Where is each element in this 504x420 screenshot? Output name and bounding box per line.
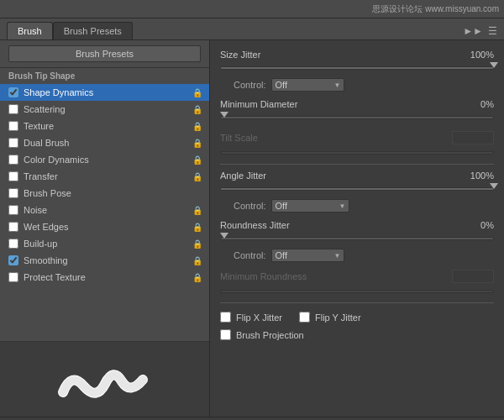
brush-projection-label: Brush Projection xyxy=(236,330,304,340)
roundness-jitter-value: 0% xyxy=(465,220,494,230)
roundness-jitter-control-label: Control: xyxy=(234,250,266,260)
size-jitter-control-select[interactable]: Off Fade Pen Pressure Pen Tilt Stylus Wh… xyxy=(271,78,344,92)
divider-1 xyxy=(220,164,494,165)
item-label-build-up: Build-up xyxy=(24,239,192,249)
tab-brush[interactable]: Brush xyxy=(7,22,53,39)
item-label-dual-brush: Dual Brush xyxy=(24,138,192,148)
brush-item-transfer[interactable]: Transfer 🔒 xyxy=(0,168,209,185)
lock-color-dynamics: 🔒 xyxy=(192,155,202,165)
lock-scattering: 🔒 xyxy=(192,105,202,114)
angle-jitter-value: 100% xyxy=(465,171,494,181)
tilt-scale-row: Tilt Scale xyxy=(220,129,494,147)
brush-item-wet-edges[interactable]: Wet Edges 🔒 xyxy=(0,218,209,235)
size-jitter-label: Size Jitter xyxy=(220,50,260,60)
brush-item-shape-dynamics[interactable]: Shape Dynamics 🔒 xyxy=(0,84,209,101)
brush-item-color-dynamics[interactable]: Color Dynamics 🔒 xyxy=(0,151,209,168)
brush-item-texture[interactable]: Texture 🔒 xyxy=(0,118,209,134)
tab-brush-presets[interactable]: Brush Presets xyxy=(53,22,133,39)
checkbox-dual-brush[interactable] xyxy=(8,138,18,148)
angle-jitter-slider[interactable] xyxy=(220,185,494,193)
angle-jitter-label: Angle Jitter xyxy=(220,171,266,181)
divider-2 xyxy=(220,302,494,303)
item-label-noise: Noise xyxy=(24,205,192,215)
checkbox-shape-dynamics[interactable] xyxy=(8,87,18,97)
flip-x-jitter-checkbox[interactable] xyxy=(220,312,231,323)
brush-item-build-up[interactable]: Build-up 🔒 xyxy=(0,235,209,252)
checkbox-brush-pose[interactable] xyxy=(8,188,18,198)
lock-transfer: 🔒 xyxy=(192,172,202,181)
brush-item-noise[interactable]: Noise 🔒 xyxy=(0,202,209,218)
item-label-brush-pose: Brush Pose xyxy=(24,188,192,198)
checkbox-build-up[interactable] xyxy=(8,239,18,249)
brand-text: 思源设计论坛 www.missyuan.com xyxy=(372,3,499,15)
size-jitter-slider[interactable] xyxy=(220,64,494,72)
checkbox-texture[interactable] xyxy=(8,121,18,131)
lock-texture: 🔒 xyxy=(192,122,202,131)
checkbox-transfer[interactable] xyxy=(8,171,18,181)
lock-build-up: 🔒 xyxy=(192,239,202,249)
lock-wet-edges: 🔒 xyxy=(192,223,202,232)
minimum-roundness-slider xyxy=(220,287,494,296)
brush-item-protect-texture[interactable]: Protect Texture 🔒 xyxy=(0,269,209,286)
tilt-scale-input[interactable] xyxy=(452,131,494,144)
minimum-roundness-input[interactable] xyxy=(452,270,494,283)
brush-presets-button[interactable]: Brush Presets xyxy=(8,45,201,62)
item-label-shape-dynamics: Shape Dynamics xyxy=(24,87,192,97)
brush-tip-shape-label: Brush Tip Shape xyxy=(0,68,209,82)
right-bottom-section: Flip X Jitter Flip Y Jitter Brush Projec… xyxy=(220,310,494,342)
flip-row: Flip X Jitter Flip Y Jitter xyxy=(220,310,494,324)
item-label-color-dynamics: Color Dynamics xyxy=(24,155,192,165)
item-label-wet-edges: Wet Edges xyxy=(24,222,192,232)
brush-item-smoothing[interactable]: Smoothing 🔒 xyxy=(0,252,209,269)
brush-projection-row: Brush Projection xyxy=(220,328,494,342)
brush-preview xyxy=(0,341,209,417)
angle-jitter-control-row: Control: Off Fade Pen Pressure Pen Tilt … xyxy=(220,197,494,218)
bottom-bar: ✎ ☷ 🗑 xyxy=(0,417,504,420)
checkbox-color-dynamics[interactable] xyxy=(8,155,18,165)
flip-y-jitter-checkbox[interactable] xyxy=(299,312,310,323)
size-jitter-control-select-wrapper: Off Fade Pen Pressure Pen Tilt Stylus Wh… xyxy=(271,78,344,92)
lock-brush-pose: 🔒 xyxy=(192,189,202,198)
size-jitter-row: Size Jitter 100% xyxy=(220,47,494,62)
roundness-jitter-control-select[interactable]: Off Fade Pen Pressure Pen Tilt Stylus Wh… xyxy=(271,249,344,262)
menu-lines-icon[interactable]: ☰ xyxy=(488,25,497,37)
flip-x-jitter-row: Flip X Jitter xyxy=(220,310,282,324)
tabs-row: Brush Brush Presets ►► ☰ xyxy=(0,18,504,40)
brush-projection-checkbox[interactable] xyxy=(220,329,231,340)
angle-jitter-control-label: Control: xyxy=(234,201,266,211)
item-label-scattering: Scattering xyxy=(24,104,192,114)
tilt-scale-slider xyxy=(220,149,494,157)
right-panel: Size Jitter 100% Control: Off Fade Pen P… xyxy=(210,40,504,417)
checkbox-protect-texture[interactable] xyxy=(8,272,18,282)
roundness-jitter-label: Roundness Jitter xyxy=(220,220,290,230)
brush-list: Shape Dynamics 🔒 Scattering 🔒 Texture 🔒 … xyxy=(0,82,209,341)
roundness-jitter-control-row: Control: Off Fade Pen Pressure Pen Tilt … xyxy=(220,246,494,267)
minimum-diameter-label: Minimum Diameter xyxy=(220,99,297,109)
angle-jitter-control-select-wrapper: Off Fade Pen Pressure Pen Tilt Initial D… xyxy=(271,199,349,213)
size-jitter-control-row: Control: Off Fade Pen Pressure Pen Tilt … xyxy=(220,76,494,97)
brush-item-brush-pose[interactable]: Brush Pose 🔒 xyxy=(0,185,209,202)
checkbox-noise[interactable] xyxy=(8,205,18,215)
item-label-protect-texture: Protect Texture xyxy=(24,272,192,282)
brush-item-dual-brush[interactable]: Dual Brush 🔒 xyxy=(0,134,209,151)
checkbox-scattering[interactable] xyxy=(8,104,18,114)
double-arrow-icon[interactable]: ►► xyxy=(463,25,483,37)
left-panel: Brush Presets Brush Tip Shape Shape Dyna… xyxy=(0,40,210,417)
minimum-diameter-value: 0% xyxy=(465,99,494,109)
brush-item-scattering[interactable]: Scattering 🔒 xyxy=(0,101,209,118)
size-jitter-value: 100% xyxy=(465,50,494,60)
angle-jitter-control-select[interactable]: Off Fade Pen Pressure Pen Tilt Initial D… xyxy=(271,199,349,213)
lock-noise: 🔒 xyxy=(192,206,202,215)
tilt-scale-label: Tilt Scale xyxy=(220,133,258,143)
minimum-diameter-slider[interactable] xyxy=(220,113,494,122)
checkbox-wet-edges[interactable] xyxy=(8,222,18,232)
lock-smoothing: 🔒 xyxy=(192,256,202,265)
checkbox-smoothing[interactable] xyxy=(8,255,18,265)
top-bar: 思源设计论坛 www.missyuan.com xyxy=(0,0,504,18)
roundness-jitter-row: Roundness Jitter 0% xyxy=(220,218,494,233)
item-label-texture: Texture xyxy=(24,121,192,131)
brush-presets-btn-container: Brush Presets xyxy=(0,40,209,68)
flip-x-jitter-label: Flip X Jitter xyxy=(236,312,282,323)
roundness-jitter-slider[interactable] xyxy=(220,234,494,243)
minimum-roundness-label: Minimum Roundness xyxy=(220,271,307,281)
